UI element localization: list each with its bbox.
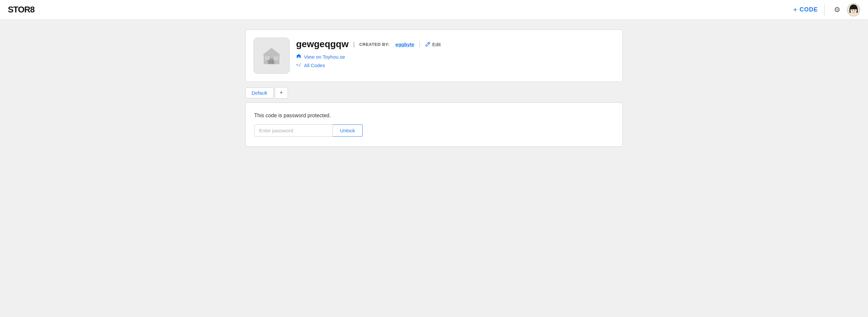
pencil-icon xyxy=(425,41,430,47)
main-content: TH gewgeqgqw | CREATED BY: eggbyte | xyxy=(238,29,630,147)
svg-point-8 xyxy=(854,9,855,10)
navbar: STOR8 + CODE ⚙ xyxy=(0,0,868,20)
edit-label: Edit xyxy=(432,41,441,47)
svg-point-9 xyxy=(852,10,852,10)
profile-name: gewgeqgqw xyxy=(296,39,348,50)
svg-text:</>: </> xyxy=(296,62,301,67)
navbar-divider xyxy=(825,4,825,16)
house-link-icon xyxy=(296,53,301,60)
gear-icon[interactable]: ⚙ xyxy=(831,4,843,16)
profile-thumbnail: TH xyxy=(253,38,289,74)
profile-header: TH gewgeqgqw | CREATED BY: eggbyte | xyxy=(253,38,615,74)
tabs-row: Default + xyxy=(245,87,623,99)
edit-button[interactable]: Edit xyxy=(425,41,441,47)
svg-text:TH: TH xyxy=(267,59,273,65)
profile-links: View on Toyhou.se </> All Codes xyxy=(296,53,615,68)
unlock-button[interactable]: Unlock xyxy=(333,124,363,136)
password-row: Unlock xyxy=(254,124,614,136)
view-link-text: View on Toyhou.se xyxy=(304,54,345,60)
svg-point-7 xyxy=(852,9,853,10)
profile-title-row: gewgeqgqw | CREATED BY: eggbyte | Edit xyxy=(296,39,615,50)
password-message: This code is password protected. xyxy=(254,113,614,119)
created-by-label: CREATED BY: xyxy=(359,42,390,47)
tab-add-button[interactable]: + xyxy=(275,87,288,99)
code-label: CODE xyxy=(800,6,818,13)
site-logo: STOR8 xyxy=(8,5,34,15)
title-divider2: | xyxy=(419,41,421,48)
title-divider: | xyxy=(353,41,355,48)
password-card: This code is password protected. Unlock xyxy=(245,102,623,147)
password-input[interactable] xyxy=(254,124,333,136)
tab-default[interactable]: Default xyxy=(245,88,274,98)
svg-rect-14 xyxy=(274,56,278,60)
all-codes-text: All Codes xyxy=(304,63,325,68)
svg-rect-17 xyxy=(298,57,299,58)
created-by-user-link[interactable]: eggbyte xyxy=(395,41,414,47)
profile-card: TH gewgeqgqw | CREATED BY: eggbyte | xyxy=(245,29,623,82)
code-button[interactable]: + CODE xyxy=(793,6,818,14)
plus-icon: + xyxy=(793,6,798,14)
all-codes-link[interactable]: </> All Codes xyxy=(296,62,615,68)
profile-info: gewgeqgqw | CREATED BY: eggbyte | Edit xyxy=(296,38,615,68)
code-link-icon: </> xyxy=(296,62,301,68)
svg-point-10 xyxy=(855,10,855,10)
avatar[interactable] xyxy=(847,3,860,17)
navbar-right: + CODE ⚙ xyxy=(793,3,860,17)
view-toyhouse-link[interactable]: View on Toyhou.se xyxy=(296,53,615,60)
